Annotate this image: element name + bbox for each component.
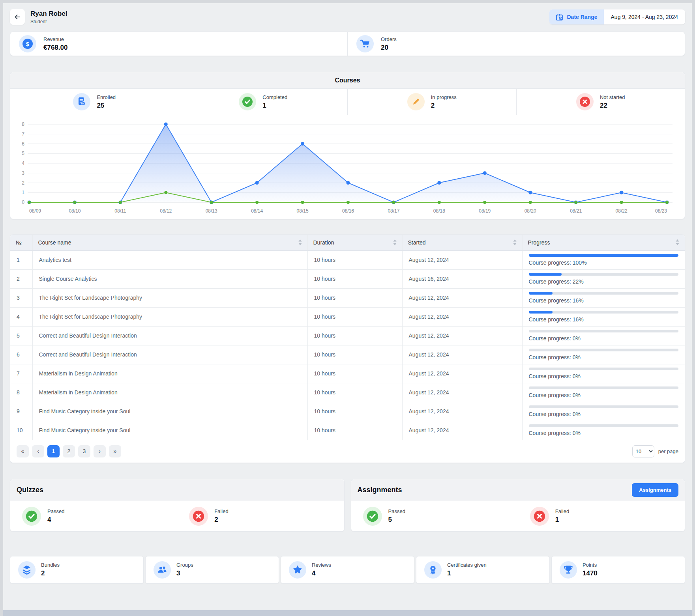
progress-bar-track: [529, 273, 679, 276]
completed-stat: Completed 1: [179, 89, 348, 115]
column-header-progress[interactable]: Progress: [522, 235, 685, 250]
completed-point[interactable]: [392, 201, 395, 204]
orders-label: Orders: [381, 36, 397, 42]
pagination-last-button[interactable]: »: [109, 445, 121, 457]
courses-table-card: № Course name Duration: [10, 234, 685, 463]
assignments-passed-label: Passed: [388, 508, 405, 514]
progress-bar-fill: [529, 273, 562, 276]
table-row: 3The Right Set for Landscape Photography…: [10, 288, 685, 307]
progress-bar-track: [529, 254, 679, 257]
column-header-course-name[interactable]: Course name: [32, 235, 307, 250]
completed-point[interactable]: [483, 201, 486, 204]
x-circle-icon: [576, 93, 594, 110]
date-range-button[interactable]: Date Range: [549, 9, 603, 24]
per-page-control: 10 per page: [632, 445, 678, 457]
table-row: 6Correct and Beautiful Design Interactio…: [10, 345, 685, 364]
per-page-label: per page: [658, 448, 678, 454]
x-axis-tick-label: 08/23: [655, 208, 667, 214]
completed-point[interactable]: [164, 191, 167, 194]
enrolled-point[interactable]: [437, 181, 441, 185]
revenue-label: Revenue: [43, 36, 67, 42]
enrolled-point[interactable]: [301, 142, 304, 146]
completed-point[interactable]: [574, 201, 577, 204]
per-page-select[interactable]: 10: [632, 445, 654, 457]
x-axis-tick-label: 08/17: [388, 208, 399, 214]
enrolled-point[interactable]: [528, 191, 532, 194]
column-header-duration[interactable]: Duration: [307, 235, 402, 250]
courses-table: № Course name Duration: [10, 235, 685, 440]
certificates-card: Certificates given 1: [416, 556, 550, 584]
progress-text: Course progress: 16%: [529, 297, 679, 304]
course-name-cell: Find Music Category inside your Soul: [32, 421, 307, 440]
completed-point[interactable]: [529, 201, 532, 204]
progress-bar-track: [529, 405, 679, 408]
progress-cell: Course progress: 0%: [522, 326, 685, 345]
sort-icon[interactable]: [513, 239, 517, 245]
pagination-first-button[interactable]: «: [17, 445, 29, 457]
pagination-prev-button[interactable]: ‹: [32, 445, 44, 457]
calendar-icon: [556, 13, 563, 21]
sort-icon[interactable]: [676, 239, 679, 245]
duration-cell: 10 hours: [307, 288, 402, 307]
pagination-next-button[interactable]: ›: [94, 445, 106, 457]
completed-point[interactable]: [28, 201, 31, 204]
sort-icon[interactable]: [393, 239, 397, 245]
course-name-cell: The Right Set for Landscape Photography: [32, 307, 307, 326]
quizzes-failed-label: Failed: [214, 508, 228, 514]
pagination-page-button[interactable]: 3: [78, 445, 90, 457]
duration-cell: 10 hours: [307, 250, 402, 269]
enrolled-point[interactable]: [255, 181, 259, 185]
progress-text: Course progress: 16%: [529, 316, 679, 323]
completed-label: Completed: [262, 94, 287, 100]
table-header-row: № Course name Duration: [10, 235, 685, 250]
assignments-title: Assignments: [358, 486, 402, 494]
back-button[interactable]: [10, 9, 25, 25]
enrolled-point[interactable]: [483, 171, 487, 175]
quizzes-passed-label: Passed: [47, 508, 64, 514]
courses-title: Courses: [335, 77, 360, 84]
check-circle-icon: [22, 507, 41, 526]
completed-point[interactable]: [665, 201, 669, 204]
courses-line-chart: 01234567808/0908/1008/1108/1208/1308/140…: [10, 115, 685, 219]
pagination-page-button[interactable]: 2: [63, 445, 75, 457]
enrolled-point[interactable]: [620, 191, 623, 194]
completed-point[interactable]: [438, 201, 441, 204]
completed-point[interactable]: [301, 201, 304, 204]
completed-point[interactable]: [210, 201, 213, 204]
enrolled-point[interactable]: [347, 181, 350, 185]
enrolled-label: Enrolled: [97, 94, 116, 100]
table-row: 4The Right Set for Landscape Photography…: [10, 307, 685, 326]
assignments-failed-stat: Failed 1: [518, 501, 685, 531]
y-axis-tick-label: 7: [22, 131, 24, 137]
column-header-started[interactable]: Started: [402, 235, 522, 250]
progress-bar-track: [529, 349, 679, 351]
certificates-label: Certificates given: [447, 562, 487, 568]
pagination-page-button[interactable]: 1: [47, 445, 60, 457]
sort-icon[interactable]: [298, 239, 302, 245]
started-cell: August 12, 2024: [402, 326, 522, 345]
column-header-num: №: [10, 235, 32, 250]
completed-point[interactable]: [73, 201, 76, 204]
table-row: 7Materialism in Design Animation10 hours…: [10, 364, 685, 383]
groups-card: Groups 3: [145, 556, 279, 584]
svg-text:$: $: [26, 41, 30, 47]
x-axis-tick-label: 08/18: [433, 208, 445, 214]
revenue-dollar-icon: $: [19, 35, 36, 52]
progress-cell: Course progress: 16%: [522, 307, 685, 326]
started-cell: August 12, 2024: [402, 250, 522, 269]
in-progress-label: In progress: [431, 94, 457, 100]
date-range-value[interactable]: Aug 9, 2024 - Aug 23, 2024: [604, 9, 685, 24]
duration-cell: 10 hours: [307, 421, 402, 440]
completed-point[interactable]: [119, 201, 122, 204]
completed-point[interactable]: [347, 201, 350, 204]
completed-point[interactable]: [255, 201, 259, 204]
assignments-button[interactable]: Assignments: [632, 483, 678, 497]
enrolled-point[interactable]: [164, 123, 168, 126]
quizzes-passed-value: 4: [47, 516, 64, 524]
not-started-label: Not started: [600, 94, 625, 100]
pagination: «‹123›»: [17, 445, 121, 457]
bottom-scroll-strip[interactable]: [3, 610, 692, 616]
progress-bar-track: [529, 424, 679, 427]
completed-point[interactable]: [620, 201, 623, 204]
x-axis-tick-label: 08/22: [616, 208, 628, 214]
